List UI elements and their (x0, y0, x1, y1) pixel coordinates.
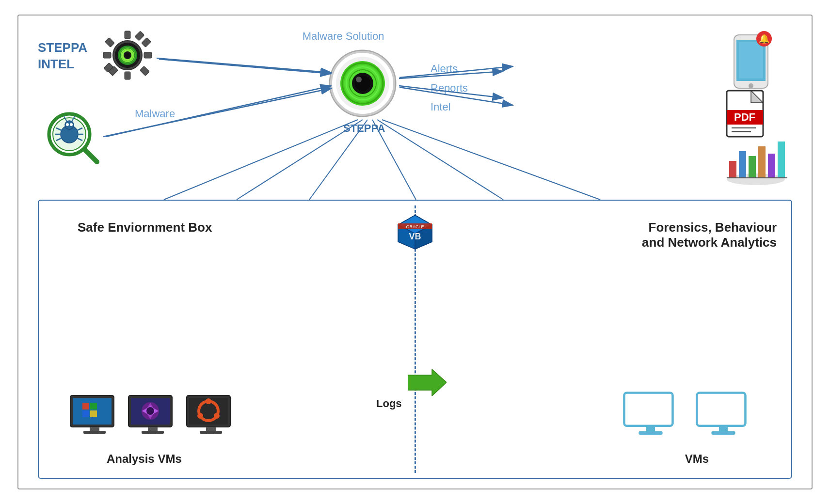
analytics-chart-icon (724, 137, 787, 185)
svg-rect-101 (638, 431, 662, 435)
svg-rect-8 (105, 38, 115, 47)
phone-notification-icon: 🔔 (729, 30, 782, 93)
svg-rect-100 (646, 426, 655, 431)
svg-rect-79 (90, 403, 97, 410)
reports-label: Reports (431, 79, 468, 98)
svg-rect-78 (82, 403, 89, 410)
alerts-label: Alerts (431, 59, 468, 79)
output-labels: Alerts Reports Intel (431, 59, 468, 117)
svg-rect-60 (749, 156, 756, 178)
vms-label: VMs (685, 452, 709, 466)
svg-point-94 (214, 413, 220, 419)
svg-rect-80 (82, 410, 89, 417)
svg-point-32 (70, 123, 73, 126)
steppa-intel-label: STEPPA INTEL (38, 40, 87, 73)
top-section: STEPPA INTEL (18, 16, 812, 200)
svg-text:ORACLE: ORACLE (406, 224, 424, 229)
svg-rect-83 (83, 431, 106, 434)
svg-text:PDF: PDF (734, 111, 755, 123)
svg-text:VB: VB (409, 232, 421, 241)
forensics-label: Forensics, Behaviour and Network Analyti… (612, 220, 777, 250)
svg-rect-7 (142, 38, 151, 47)
steppa-center-label: STEPPA (343, 122, 385, 135)
svg-rect-4 (103, 52, 111, 58)
svg-rect-58 (729, 161, 736, 178)
svg-rect-6 (135, 31, 144, 41)
bottom-section: Safe Enviornment Box Forensics, Behaviou… (38, 200, 792, 479)
safe-env-label: Safe Enviornment Box (78, 220, 212, 235)
svg-rect-97 (200, 431, 222, 434)
malware-solution-label: Malware Solution (285, 30, 401, 43)
svg-rect-96 (206, 427, 216, 431)
svg-point-48 (749, 83, 753, 88)
svg-rect-3 (125, 72, 130, 79)
svg-line-33 (85, 150, 97, 162)
svg-point-16 (125, 53, 130, 58)
logs-arrow (408, 369, 447, 398)
svg-rect-47 (739, 42, 763, 79)
svg-rect-82 (90, 427, 99, 431)
virtualbox-icon: VB ORACLE (393, 210, 437, 254)
svg-rect-89 (142, 431, 164, 434)
malware-label: Malware (135, 108, 175, 120)
pdf-icon: PDF (724, 88, 773, 142)
svg-rect-81 (90, 410, 97, 417)
svg-line-66 (159, 59, 331, 74)
svg-rect-103 (719, 426, 728, 431)
analysis-vms-monitors (68, 393, 238, 439)
svg-text:🔔: 🔔 (759, 33, 770, 44)
svg-rect-61 (758, 146, 766, 178)
svg-point-43 (356, 77, 362, 82)
steppa-eye-icon (329, 49, 397, 117)
svg-rect-2 (125, 31, 130, 39)
svg-point-95 (197, 413, 203, 419)
svg-rect-62 (768, 154, 775, 178)
svg-rect-99 (624, 393, 672, 426)
svg-rect-5 (144, 52, 152, 58)
svg-point-93 (206, 398, 211, 404)
svg-rect-59 (739, 151, 746, 178)
vms-monitors (622, 391, 752, 439)
svg-rect-102 (697, 393, 745, 426)
bug-magnify-icon (43, 108, 101, 166)
svg-rect-104 (711, 431, 735, 435)
gear-icon (101, 30, 154, 83)
svg-rect-10 (140, 66, 150, 76)
svg-rect-63 (778, 142, 785, 178)
svg-point-87 (146, 407, 154, 415)
svg-marker-98 (408, 369, 447, 396)
logs-label: Logs (376, 397, 402, 410)
intel-label: Intel (431, 97, 468, 117)
svg-rect-88 (148, 427, 158, 431)
diagram-container: STEPPA INTEL (17, 15, 813, 489)
analysis-vms-label: Analysis VMs (107, 452, 182, 466)
svg-point-31 (66, 123, 69, 126)
